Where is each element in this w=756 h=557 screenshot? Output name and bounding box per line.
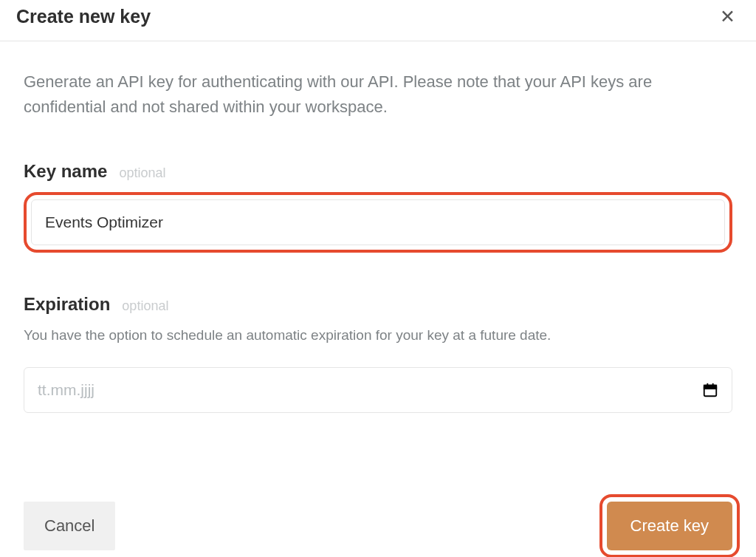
modal-body: Generate an API key for authenticating w… [0,41,756,457]
calendar-icon [702,382,718,398]
key-name-label-row: Key name optional [24,161,732,182]
close-button[interactable]: ✕ [715,6,740,27]
expiration-label-row: Expiration optional [24,294,732,315]
key-name-label: Key name [24,161,107,182]
expiration-help-text: You have the option to schedule an autom… [24,325,732,346]
key-name-field-group: Key name optional [24,161,732,253]
key-name-input[interactable] [31,199,725,245]
expiration-label: Expiration [24,294,110,315]
key-name-optional-tag: optional [119,165,165,181]
modal-title: Create new key [16,6,151,27]
close-icon: ✕ [720,6,735,27]
description-text: Generate an API key for authenticating w… [24,69,732,120]
expiration-optional-tag: optional [122,298,168,314]
modal-header: Create new key ✕ [0,0,756,41]
create-button-highlight: Create key [599,494,740,557]
key-name-highlight [24,192,732,253]
create-key-button[interactable]: Create key [607,502,732,550]
expiration-placeholder: tt.mm.jjjj [38,381,702,399]
modal-footer: Cancel Create key [0,457,756,557]
svg-rect-1 [704,385,717,389]
expiration-date-input[interactable]: tt.mm.jjjj [24,367,732,413]
expiration-field-group: Expiration optional You have the option … [24,294,732,413]
cancel-button[interactable]: Cancel [24,502,115,550]
